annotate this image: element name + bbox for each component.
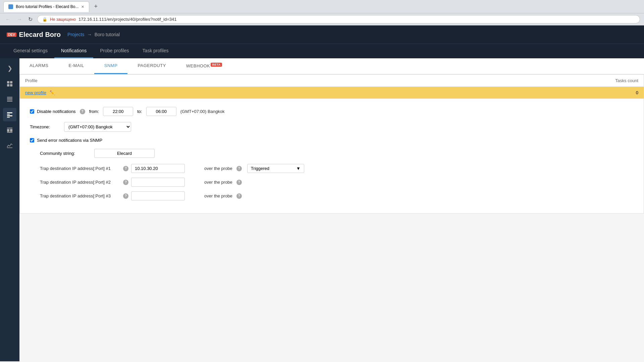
svg-rect-3	[10, 84, 12, 86]
disable-notifications-row: Disable notifications ? from: to: (GMT+0…	[30, 107, 634, 116]
breadcrumb-projects[interactable]: Projects	[67, 32, 85, 37]
svg-rect-6	[7, 100, 12, 100]
beta-badge: BETA	[211, 63, 222, 67]
address-prefix: Не защищено	[50, 17, 76, 22]
reload-button[interactable]: ↻	[27, 15, 34, 24]
app-logo-dev: DEV	[7, 33, 16, 37]
svg-rect-13	[7, 129, 9, 132]
to-time-input[interactable]	[146, 107, 176, 116]
send-snmp-checkbox[interactable]	[30, 138, 34, 142]
trap-help-icon-2[interactable]: ?	[123, 180, 128, 185]
sidebar-list-detail-button[interactable]	[3, 108, 16, 121]
tab-probe-profiles[interactable]: Probe profiles	[93, 44, 136, 58]
trap-input-3[interactable]	[131, 191, 185, 200]
svg-rect-5	[7, 98, 12, 99]
table-row: new profile ✏️ 0	[20, 87, 644, 99]
svg-rect-8	[7, 112, 12, 113]
column-profile: Profile	[20, 75, 360, 87]
over-probe-help-3[interactable]: ?	[236, 193, 242, 199]
svg-rect-10	[7, 115, 12, 116]
profile-cell: new profile ✏️	[20, 87, 360, 99]
svg-rect-0	[7, 81, 9, 83]
trap-label-2: Trap destination IP address[:Port] #2	[40, 180, 120, 185]
probe-dropdown-trigger-1[interactable]: Triggered ▼	[247, 164, 304, 173]
breadcrumb-current: Boro tutorial	[95, 32, 120, 37]
main-layout: ❯	[0, 58, 644, 361]
tab-general-settings[interactable]: General settings	[7, 44, 54, 58]
timezone-label: Timezone:	[30, 124, 60, 129]
from-time-input[interactable]	[103, 107, 133, 116]
disable-notifications-label[interactable]: Disable notifications	[30, 109, 76, 114]
disable-notifications-checkbox[interactable]	[30, 109, 34, 114]
tasks-count-cell: 0	[360, 87, 644, 99]
address-input-container[interactable]: 🔒 Не защищено 172.16.11.111/en/projects/…	[37, 15, 640, 23]
trap-help-icon-3[interactable]: ?	[123, 193, 128, 199]
community-input[interactable]	[94, 149, 155, 158]
svg-rect-11	[7, 117, 10, 118]
over-probe-label-1: over the probe	[204, 166, 232, 171]
trap-help-icon-1[interactable]: ?	[123, 166, 128, 171]
trap-row-2: Trap destination IP address[:Port] #2 ? …	[40, 178, 634, 187]
sidebar: ❯	[0, 58, 19, 361]
new-tab-button[interactable]: +	[91, 2, 100, 11]
community-label: Community string:	[40, 151, 90, 156]
address-bar: ← → ↻ 🔒 Не защищено 172.16.11.111/en/pro…	[0, 13, 644, 25]
tab-title: Boro tutorial Profiles - Elecard Bo...	[16, 4, 78, 9]
svg-rect-7	[7, 101, 12, 102]
svg-rect-4	[7, 97, 12, 98]
content-area: ALARMS E-MAIL SNMP PAGERDUTY WEBHOOKBETA…	[19, 58, 644, 361]
tab-bar: Boro tutorial Profiles - Elecard Bo... ✕…	[3, 1, 100, 12]
sidebar-grid-button[interactable]	[3, 77, 16, 90]
tab-close-button[interactable]: ✕	[81, 5, 84, 9]
send-snmp-row: Send error notifications via SNMP	[30, 138, 634, 143]
timezone-display: (GMT+07:00) Bangkok	[180, 109, 225, 114]
sidebar-expand-button[interactable]: ❯	[3, 62, 16, 75]
probe-dropdown-arrow-1: ▼	[296, 166, 301, 171]
svg-rect-9	[7, 114, 10, 115]
app-logo: DEV Elecard Boro	[7, 31, 61, 39]
trap-label-1: Trap destination IP address[:Port] #1	[40, 166, 120, 171]
send-snmp-label[interactable]: Send error notifications via SNMP	[30, 138, 102, 143]
sidebar-table-button[interactable]	[3, 93, 16, 106]
timezone-select[interactable]: (GMT+07:00) Bangkok	[64, 122, 131, 132]
form-section: Disable notifications ? from: to: (GMT+0…	[19, 99, 644, 214]
svg-rect-12	[7, 128, 12, 128]
trap-section: Trap destination IP address[:Port] #1 ? …	[40, 164, 634, 200]
svg-rect-1	[10, 81, 12, 83]
trap-row-3: Trap destination IP address[:Port] #3 ? …	[40, 191, 634, 200]
forward-button[interactable]: →	[15, 15, 23, 24]
active-tab: Boro tutorial Profiles - Elecard Bo... ✕	[3, 1, 89, 12]
svg-rect-15	[7, 132, 12, 133]
tab-pagerduty[interactable]: PAGERDUTY	[127, 58, 176, 74]
to-label: to:	[137, 109, 142, 114]
sidebar-chart-button[interactable]	[3, 139, 16, 152]
tab-webhook[interactable]: WEBHOOKBETA	[176, 58, 232, 74]
tab-favicon	[8, 4, 13, 9]
tab-email[interactable]: E-MAIL	[58, 58, 94, 74]
over-probe-help-2[interactable]: ?	[236, 180, 242, 185]
breadcrumb: Projects → Boro tutorial	[67, 32, 120, 37]
nav-tabs: General settings Notifications Probe pro…	[0, 44, 644, 58]
address-text: 172.16.11.111/en/projects/40/profiles?no…	[78, 17, 176, 22]
back-button[interactable]: ←	[4, 15, 12, 24]
trap-label-3: Trap destination IP address[:Port] #3	[40, 193, 120, 198]
tab-alarms[interactable]: ALARMS	[19, 58, 58, 74]
trap-input-1[interactable]	[131, 164, 185, 173]
column-tasks-count: Tasks count	[360, 75, 644, 87]
profile-table: Profile Tasks count new profile ✏️ 0	[19, 74, 644, 99]
trap-row-1: Trap destination IP address[:Port] #1 ? …	[40, 164, 634, 173]
sidebar-table2-button[interactable]	[3, 123, 16, 137]
over-probe-label-3: over the probe	[204, 193, 232, 198]
tab-notifications[interactable]: Notifications	[54, 44, 93, 58]
edit-icon[interactable]: ✏️	[50, 90, 55, 95]
tab-snmp[interactable]: SNMP	[94, 58, 128, 74]
svg-rect-14	[10, 129, 12, 132]
community-row: Community string:	[40, 149, 634, 158]
disable-help-icon[interactable]: ?	[80, 109, 85, 114]
over-probe-help-1[interactable]: ?	[236, 166, 242, 171]
browser-chrome: Boro tutorial Profiles - Elecard Bo... ✕…	[0, 0, 644, 13]
svg-rect-16	[7, 147, 12, 148]
tab-task-profiles[interactable]: Task profiles	[136, 44, 175, 58]
profile-link[interactable]: new profile	[25, 90, 46, 95]
trap-input-2[interactable]	[131, 178, 185, 187]
